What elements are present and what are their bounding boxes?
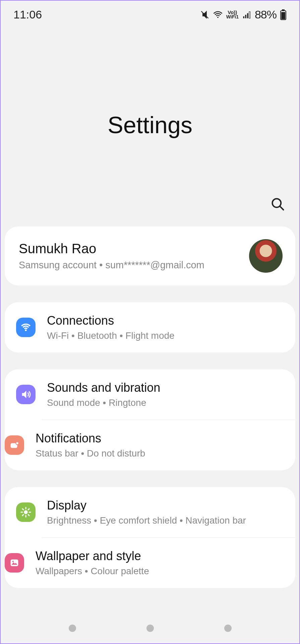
svg-point-13 — [24, 510, 27, 514]
settings-group: Display Brightness • Eye comfort shield … — [5, 487, 295, 588]
svg-point-23 — [12, 561, 14, 562]
account-name: Sumukh Rao — [19, 241, 204, 256]
settings-item-wallpaper[interactable]: Wallpaper and style Wallpapers • Colour … — [42, 537, 295, 588]
svg-rect-7 — [281, 12, 285, 19]
mute-vibrate-icon — [200, 10, 209, 19]
svg-line-18 — [22, 509, 23, 510]
settings-group: Connections Wi-Fi • Bluetooth • Flight m… — [5, 302, 295, 353]
clock: 11:06 — [13, 8, 42, 21]
search-button[interactable] — [269, 196, 287, 213]
nav-recents-button[interactable] — [69, 625, 76, 632]
picture-icon — [5, 553, 24, 573]
svg-line-9 — [280, 206, 283, 210]
account-card[interactable]: Sumukh Rao Samsung account • sum*******@… — [5, 226, 295, 285]
svg-line-19 — [28, 515, 29, 516]
settings-item-display[interactable]: Display Brightness • Eye comfort shield … — [5, 487, 295, 537]
battery-percent: 88% — [255, 8, 277, 21]
nav-back-button[interactable] — [224, 625, 232, 632]
svg-line-20 — [22, 515, 23, 516]
status-bar: 11:06 Vo)) WiFi1 88% — [1, 1, 299, 24]
settings-item-sub: Wallpapers • Colour palette — [36, 566, 149, 577]
svg-rect-22 — [11, 559, 18, 566]
header: Settings — [1, 24, 299, 139]
settings-item-title: Notifications — [36, 431, 145, 445]
settings-item-title: Wallpaper and style — [36, 549, 149, 563]
settings-item-title: Sounds and vibration — [47, 381, 160, 395]
wifi-icon — [16, 318, 36, 337]
signal-icon — [242, 10, 251, 19]
settings-item-sub: Brightness • Eye comfort shield • Naviga… — [47, 515, 246, 526]
settings-item-title: Display — [47, 498, 246, 513]
settings-item-notifications[interactable]: Notifications Status bar • Do not distur… — [42, 420, 295, 470]
settings-item-sub: Wi-Fi • Bluetooth • Flight mode — [47, 330, 175, 341]
svg-rect-1 — [243, 16, 244, 18]
svg-point-12 — [16, 442, 19, 445]
vowifi-icon: Vo)) WiFi1 — [226, 10, 239, 19]
settings-item-sub: Status bar • Do not disturb — [36, 448, 145, 459]
nav-bar — [1, 625, 299, 632]
avatar[interactable] — [249, 239, 283, 273]
settings-group: Sounds and vibration Sound mode • Ringto… — [5, 369, 295, 470]
svg-rect-3 — [247, 13, 248, 18]
page-title: Settings — [1, 112, 299, 139]
account-sub: Samsung account • sum*******@gmail.com — [19, 260, 204, 271]
notification-icon — [5, 435, 24, 455]
nav-home-button[interactable] — [146, 625, 154, 632]
settings-item-sub: Sound mode • Ringtone — [47, 397, 160, 408]
settings-item-title: Connections — [47, 314, 175, 328]
svg-point-10 — [25, 329, 26, 331]
svg-line-21 — [28, 509, 29, 510]
wifi-icon — [213, 10, 223, 20]
battery-icon — [280, 9, 287, 20]
search-icon — [271, 197, 285, 212]
settings-item-sounds[interactable]: Sounds and vibration Sound mode • Ringto… — [5, 369, 295, 420]
settings-item-connections[interactable]: Connections Wi-Fi • Bluetooth • Flight m… — [5, 302, 295, 353]
status-icons: Vo)) WiFi1 88% — [200, 8, 287, 21]
sun-icon — [16, 502, 36, 522]
svg-rect-2 — [245, 15, 246, 18]
svg-point-0 — [217, 16, 219, 18]
sound-icon — [16, 385, 36, 404]
svg-rect-4 — [249, 11, 250, 18]
